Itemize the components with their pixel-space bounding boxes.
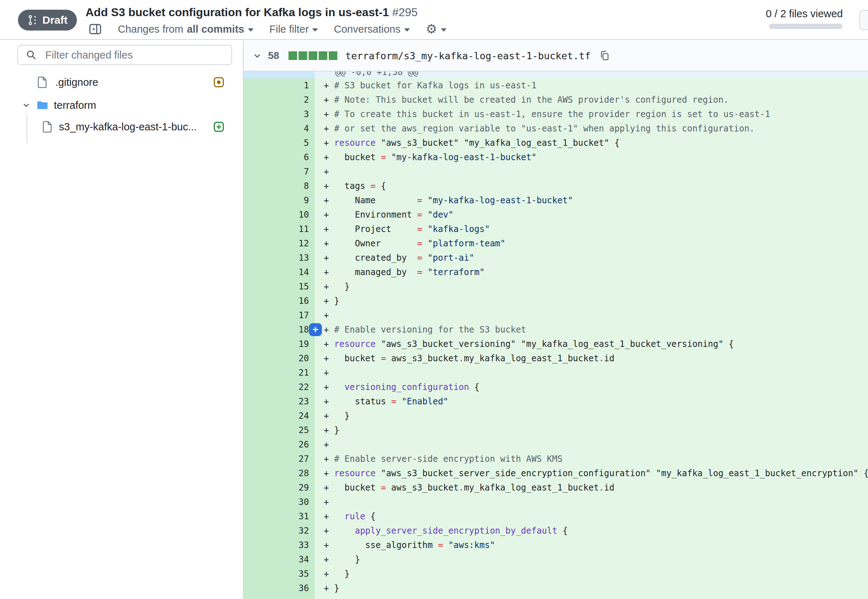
line-number[interactable]: 9	[244, 193, 315, 208]
diff-line[interactable]: 31+ rule {	[244, 509, 868, 524]
changes-from-menu[interactable]: Changes from all commits	[118, 23, 254, 35]
line-number[interactable]: 8	[244, 179, 315, 193]
diff-line[interactable]: 15+ }	[244, 279, 868, 294]
diff-line[interactable]: 11+ Project = "kafka-logs"	[244, 222, 868, 236]
diff-line[interactable]: 34+ }	[244, 552, 868, 567]
diff-line[interactable]: 16+ }	[244, 294, 868, 308]
diff-line[interactable]: 10+ Environment = "dev"	[244, 208, 868, 222]
code-token	[334, 512, 345, 521]
diff-line[interactable]: 21+	[244, 366, 868, 380]
line-number[interactable]: 29	[244, 480, 315, 495]
line-number[interactable]: 31	[244, 509, 315, 524]
code-token: my_kafka_log_east_1_bucket	[464, 483, 599, 493]
line-number[interactable]: 5	[244, 136, 315, 150]
diff-line[interactable]	[244, 595, 868, 599]
tree-item-gitignore[interactable]: .gitignore	[0, 74, 243, 90]
diff-line[interactable]: 14+ managed_by = "terraform"	[244, 265, 868, 279]
file-filter-searchbox[interactable]	[17, 45, 232, 65]
diff-line[interactable]: 6+ bucket = "my-kafka-log-east-1-bucket"	[244, 150, 868, 164]
code-token: "aws_s3_bucket" "my_kafka_log_east_1_buc…	[376, 138, 620, 148]
diff-line[interactable]: 28+ resource "aws_s3_bucket_server_side_…	[244, 466, 868, 480]
diff-line[interactable]: 24+ }	[244, 409, 868, 423]
diff-line[interactable]: 3+ # To create this bucket in us-east-1,…	[244, 107, 868, 121]
line-number[interactable]: 13	[244, 251, 315, 265]
diff-line[interactable]: 36+ }	[244, 581, 868, 595]
line-number[interactable]: 33	[244, 538, 315, 552]
file-filter-menu[interactable]: File filter	[270, 23, 318, 35]
line-number[interactable]: 24	[244, 409, 315, 423]
diff-line[interactable]: 19+ resource "aws_s3_bucket_versioning" …	[244, 337, 868, 351]
diff-line[interactable]: 32+ apply_server_side_encryption_by_defa…	[244, 524, 868, 538]
conversations-menu[interactable]: Conversations	[334, 23, 410, 35]
line-number[interactable]: 6	[244, 150, 315, 164]
line-number[interactable]: 16	[244, 294, 315, 308]
code-token: # Enable versioning for the S3 bucket	[334, 325, 526, 335]
addition-marker: +	[324, 425, 334, 435]
line-number[interactable]: 4	[244, 121, 315, 136]
add-comment-button[interactable]: +	[309, 323, 322, 336]
line-number[interactable]: 15	[244, 279, 315, 294]
diff-line[interactable]: 33+ sse_algorithm = "aws:kms"	[244, 538, 868, 552]
line-number[interactable]: 25	[244, 423, 315, 437]
addition-marker: +	[324, 554, 334, 564]
review-changes-button-partial[interactable]: R	[859, 10, 868, 30]
line-number[interactable]: 22	[244, 380, 315, 394]
diff-line[interactable]: 26+	[244, 437, 868, 452]
diff-line[interactable]: 23+ status = "Enabled"	[244, 394, 868, 409]
line-number[interactable]: 11	[244, 222, 315, 236]
line-number[interactable]: 12	[244, 236, 315, 251]
line-number[interactable]: 14	[244, 265, 315, 279]
diff-line[interactable]: 5+ resource "aws_s3_bucket" "my_kafka_lo…	[244, 136, 868, 150]
line-number[interactable]: 20	[244, 351, 315, 366]
diff-line[interactable]: 27+ # Enable server-side encryption with…	[244, 452, 868, 466]
diff-line[interactable]: 20+ bucket = aws_s3_bucket.my_kafka_log_…	[244, 351, 868, 366]
line-number[interactable]: 27	[244, 452, 315, 466]
diff-line[interactable]: 7+	[244, 164, 868, 179]
line-number[interactable]: 35	[244, 567, 315, 581]
line-number[interactable]	[244, 595, 315, 599]
filter-changed-files-input[interactable]	[45, 49, 218, 61]
line-number[interactable]: 19	[244, 337, 315, 351]
line-number[interactable]: 23	[244, 394, 315, 409]
diff-line[interactable]: 13+ created_by = "port-ai"	[244, 251, 868, 265]
line-number[interactable]: 26	[244, 437, 315, 452]
line-number[interactable]: 32	[244, 524, 315, 538]
line-number[interactable]: 1	[244, 78, 315, 93]
line-number[interactable]: 28	[244, 466, 315, 480]
line-number[interactable]: 34	[244, 552, 315, 567]
code-cell: +	[315, 495, 868, 509]
diff-line[interactable]: 17+	[244, 308, 868, 322]
diff-line[interactable]: 35+ }	[244, 567, 868, 581]
line-number[interactable]: 36	[244, 581, 315, 595]
diff-line[interactable]: 2+ # Note: This bucket will be created i…	[244, 93, 868, 107]
copy-path-icon[interactable]	[599, 50, 610, 61]
line-number[interactable]: 2	[244, 93, 315, 107]
addition-marker: +	[324, 310, 334, 320]
line-number[interactable]: 3	[244, 107, 315, 121]
line-number[interactable]: 17	[244, 308, 315, 322]
hunk-header-row-partial: @@ -0,0 +1,58 @@	[244, 71, 868, 78]
added-file-icon: +	[214, 122, 224, 132]
line-number[interactable]: 18	[244, 322, 315, 337]
diff-line[interactable]: 22+ versioning_configuration {	[244, 380, 868, 394]
code-token: "my-kafka-log-east-1-bucket"	[422, 196, 573, 205]
tree-item-s3-bucket-file[interactable]: s3_my-kafka-log-east-1-buc... +	[0, 119, 243, 135]
diff-line[interactable]: 1+ # S3 bucket for Kafka logs in us-east…	[244, 78, 868, 93]
diff-line[interactable]: 18+ # Enable versioning for the S3 bucke…	[244, 322, 868, 337]
line-number[interactable]: 7	[244, 164, 315, 179]
line-number[interactable]: 21	[244, 366, 315, 380]
sidebar-toggle-icon[interactable]	[88, 22, 102, 36]
diff-line[interactable]: 8+ tags = {	[244, 179, 868, 193]
line-number[interactable]: 10	[244, 208, 315, 222]
diff-settings-menu[interactable]: ⚙	[426, 23, 446, 36]
diff-line[interactable]: 30+	[244, 495, 868, 509]
diff-line[interactable]: 9+ Name = "my-kafka-log-east-1-bucket"	[244, 193, 868, 208]
tree-item-terraform-folder[interactable]: terraform	[0, 97, 243, 113]
diff-line[interactable]: 29+ bucket = aws_s3_bucket.my_kafka_log_…	[244, 480, 868, 495]
diff-line[interactable]: 12+ Owner = "platform-team"	[244, 236, 868, 251]
code-token: # To create this bucket in us-east-1, en…	[334, 109, 770, 119]
diff-line[interactable]: 25+ }	[244, 423, 868, 437]
diff-line[interactable]: 4+ # or set the aws_region variable to "…	[244, 121, 868, 136]
line-number[interactable]: 30	[244, 495, 315, 509]
collapse-file-chevron-icon[interactable]	[252, 50, 263, 62]
